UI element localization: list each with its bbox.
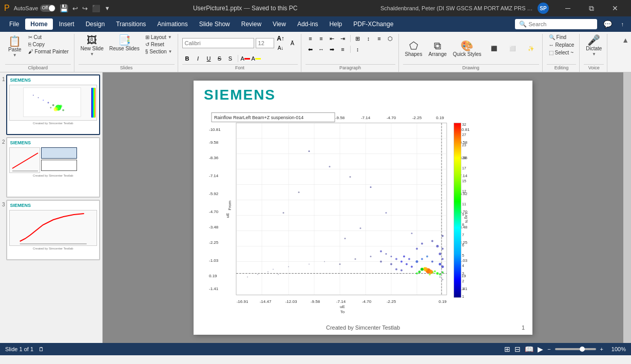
highlight-button[interactable]: A [251, 54, 261, 63]
quick-styles-button[interactable]: 🎨 Quick Styles [451, 40, 484, 58]
cut-button[interactable]: ✂ Cut [26, 34, 71, 41]
notes-icon[interactable]: 🗒 [39, 346, 44, 352]
font-name-input[interactable] [182, 38, 254, 48]
menu-pdfxchange[interactable]: PDF-XChange [348, 18, 398, 30]
slide-2-footer-thumb: Created by Simcenter Testlab [8, 174, 98, 177]
slide-2-charts [9, 147, 97, 173]
slide-3-thumb[interactable]: SIEMENS Created by Simcenter Testlab [6, 200, 100, 260]
format-painter-button[interactable]: 🖌 Format Painter [26, 48, 71, 55]
zoom-minus-icon[interactable]: − [547, 346, 550, 352]
new-slide-button[interactable]: 🖼 New Slide ▼ [79, 34, 106, 58]
view-slideshow-icon[interactable]: ▶ [538, 345, 543, 353]
convert-smartart-button[interactable]: ⬡ [385, 34, 395, 43]
menu-help[interactable]: Help [324, 18, 348, 30]
bullets-button[interactable]: ≡ [305, 34, 316, 43]
present-icon[interactable]: ⬛ [92, 5, 100, 12]
align-center-button[interactable]: ↔ [316, 45, 327, 54]
line-spacing-button[interactable]: ↕ [353, 45, 363, 54]
shape-fill-button[interactable]: ⬛ [486, 45, 502, 52]
col-layout-button[interactable]: ⊞ [353, 34, 363, 43]
slide-1-thumb[interactable]: SIEMENS [6, 74, 100, 135]
decrease-font-button[interactable]: A↓ [276, 43, 286, 52]
find-button[interactable]: 🔍 Find [547, 34, 568, 41]
ribbon-collapse-button[interactable]: ▲ [622, 36, 629, 44]
svg-text:-1.41: -1.41 [209, 286, 219, 291]
font-color-button[interactable]: A [240, 54, 251, 63]
menu-animations[interactable]: Animations [152, 18, 193, 30]
menu-home[interactable]: Home [25, 18, 52, 30]
ribbon-group-font: A↑ A↓ Ā B I U S S A [179, 34, 301, 72]
reuse-slides-button[interactable]: 📑 Reuse Slides [107, 34, 142, 52]
dictate-arrow: ▼ [592, 52, 596, 56]
right-scrollbar[interactable] [623, 72, 631, 343]
restore-button[interactable]: ⧉ [580, 0, 603, 16]
bold-button[interactable]: B [182, 54, 193, 63]
section-button[interactable]: § Section ▼ [143, 48, 175, 55]
increase-indent-button[interactable]: ⇥ [338, 34, 348, 43]
menu-review[interactable]: Review [236, 18, 266, 30]
menu-addins[interactable]: Add-ins [292, 18, 323, 30]
view-normal-icon[interactable]: ⊞ [504, 345, 510, 353]
shapes-button[interactable]: ⬠ Shapes [403, 40, 425, 58]
clear-format-button[interactable]: Ā [288, 39, 298, 48]
menu-design[interactable]: Design [81, 18, 110, 30]
slide-1-footer-thumb: Created by Simcenter Testlab [8, 122, 98, 125]
menu-bar: File Home Insert Design Transitions Anim… [0, 16, 631, 32]
shape-effects-button[interactable]: ✨ [523, 45, 539, 52]
menu-transitions[interactable]: Transitions [111, 18, 151, 30]
select-button[interactable]: ⬚ Select ~ [547, 49, 576, 56]
align-right-button[interactable]: ➡ [327, 45, 337, 54]
view-reading-icon[interactable]: 📖 [525, 345, 533, 353]
save-icon[interactable]: 💾 [60, 4, 68, 12]
svg-text:-5.92: -5.92 [209, 191, 219, 196]
share-icon[interactable]: ↑ [618, 20, 627, 28]
font-size-input[interactable] [256, 38, 274, 48]
strikethrough-button[interactable]: S [215, 54, 225, 63]
zoom-percent[interactable]: 100% [607, 346, 626, 352]
align-text-button[interactable]: ≡ [374, 34, 385, 43]
svg-point-126 [439, 276, 441, 278]
search-input[interactable] [529, 21, 580, 27]
slide-canvas[interactable]: SIEMENS Rainflow RearLeft Beam+Z suspens… [194, 81, 532, 335]
slide-3-chart [9, 210, 97, 246]
svg-text:23: 23 [462, 143, 466, 147]
minimize-button[interactable]: ─ [556, 0, 580, 16]
replace-button[interactable]: ↔ Replace [547, 42, 577, 48]
align-left-button[interactable]: ⬅ [305, 45, 316, 54]
search-box[interactable]: 🔍 [515, 19, 597, 29]
copy-button[interactable]: ⎘ Copy [26, 41, 71, 48]
paste-button[interactable]: 📋 Paste ▼ [5, 34, 25, 60]
menu-insert[interactable]: Insert [54, 18, 80, 30]
menu-slideshow[interactable]: Slide Show [194, 18, 235, 30]
underline-button[interactable]: U [204, 54, 214, 63]
dictate-button[interactable]: 🎤 Dictate ▼ [584, 34, 604, 58]
slide-2-thumb[interactable]: SIEMENS Created by Sim [6, 137, 100, 198]
decrease-indent-button[interactable]: ⇤ [327, 34, 337, 43]
chart-area[interactable]: Rainflow RearLeft Beam+Z suspension-014 … [206, 109, 520, 317]
italic-button[interactable]: I [193, 54, 203, 63]
reset-button[interactable]: ↺ Reset [143, 41, 175, 48]
menu-view[interactable]: View [267, 18, 291, 30]
close-button[interactable]: ✕ [603, 0, 627, 16]
text-direction-button[interactable]: ↕ [364, 34, 374, 43]
layout-button[interactable]: ⊞ Layout ▼ [143, 34, 175, 41]
user-avatar[interactable]: SP [538, 3, 549, 14]
justify-button[interactable]: ≡ [338, 45, 348, 54]
comments-icon[interactable]: 💬 [600, 19, 615, 29]
zoom-plus-icon[interactable]: + [600, 346, 603, 352]
autosave-toggle[interactable]: Off [40, 5, 55, 12]
increase-font-button[interactable]: A↑ [276, 34, 286, 43]
customize-icon[interactable]: ▼ [104, 5, 110, 11]
menu-file[interactable]: File [4, 18, 24, 30]
font-row2: B I U S S A A [182, 54, 261, 63]
undo-icon[interactable]: ↩ [72, 5, 78, 12]
drawing-label: Drawing [403, 64, 539, 71]
zoom-slider[interactable] [555, 348, 596, 350]
view-slide-sorter-icon[interactable]: ⊟ [514, 345, 521, 353]
shape-outline-button[interactable]: ⬜ [504, 45, 521, 52]
redo-icon[interactable]: ↪ [82, 5, 88, 12]
highlight-icon: A [252, 55, 255, 62]
numbering-button[interactable]: ≡ [316, 34, 327, 43]
arrange-button[interactable]: ⧉ Arrange [426, 40, 449, 58]
shadow-button[interactable]: S [225, 54, 236, 63]
